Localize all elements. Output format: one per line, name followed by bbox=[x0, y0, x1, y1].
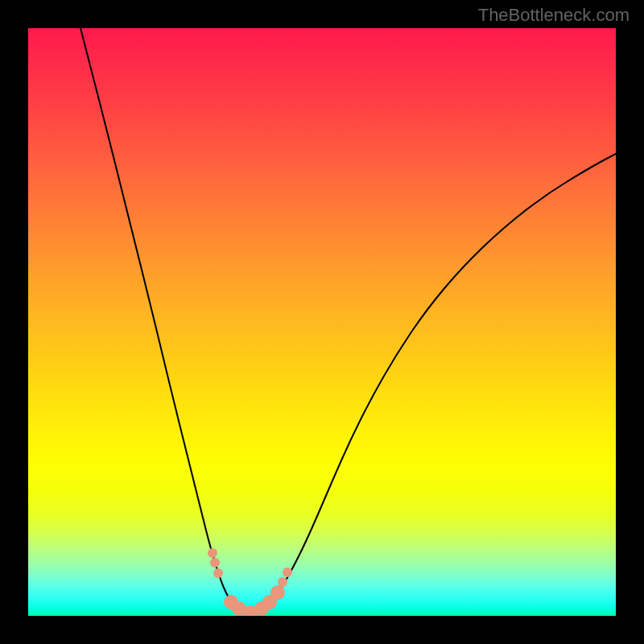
data-marker bbox=[213, 568, 223, 578]
curve-left bbox=[80, 28, 250, 614]
curve-right bbox=[250, 154, 616, 614]
chart-curves bbox=[28, 28, 616, 616]
chart-plot-area bbox=[28, 28, 616, 616]
data-marker bbox=[283, 568, 292, 577]
watermark-text: TheBottleneck.com bbox=[478, 5, 630, 26]
data-marker bbox=[210, 558, 220, 568]
data-marker bbox=[208, 548, 217, 558]
data-marker bbox=[278, 577, 287, 587]
data-marker bbox=[270, 585, 285, 600]
